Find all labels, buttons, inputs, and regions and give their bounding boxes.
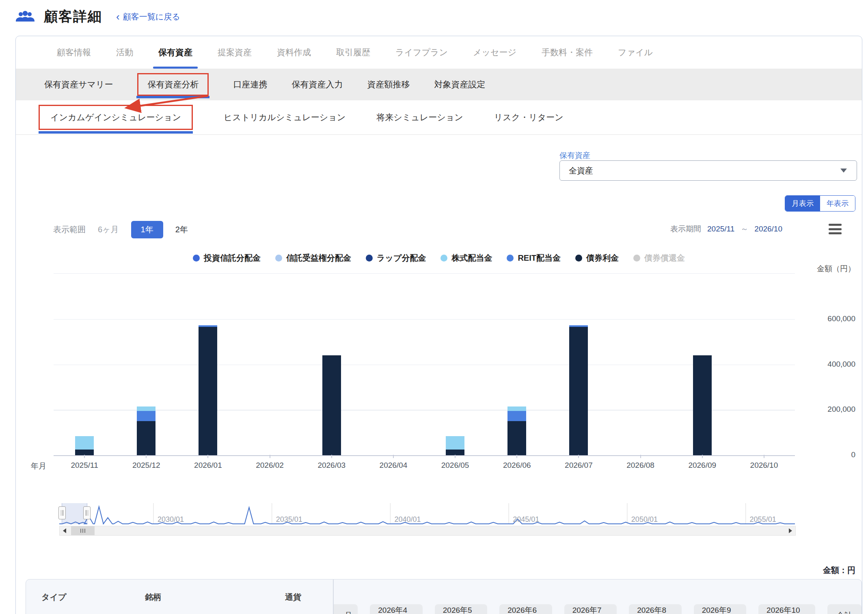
- view-toggle: 月表示年表示: [785, 195, 855, 212]
- legend-label: 債券利金: [586, 253, 619, 264]
- legend-item[interactable]: ラップ分配金: [366, 253, 426, 264]
- asset-subtab[interactable]: 保有資産分析: [125, 69, 221, 100]
- simulation-tab[interactable]: インカムゲインシミュレーション: [23, 105, 208, 130]
- month-column-chip[interactable]: 2026年5月: [435, 604, 487, 614]
- legend-label: 投資信託分配金: [204, 253, 261, 264]
- main-tab[interactable]: 取引履歴: [324, 36, 383, 69]
- period-tilde: ～: [741, 224, 748, 234]
- main-tab[interactable]: 提案資産: [205, 36, 264, 69]
- bar-segment[interactable]: [137, 411, 155, 421]
- bar-segment[interactable]: [446, 450, 464, 455]
- x-axis-tick-label: 2026/02: [239, 461, 301, 470]
- x-axis-tick-label: 2025/12: [115, 461, 177, 470]
- bar-segment[interactable]: [569, 325, 588, 327]
- bar-segment[interactable]: [75, 450, 94, 455]
- navigator-label: 2040/01: [394, 515, 421, 524]
- bar-segment[interactable]: [199, 327, 217, 455]
- bar-segment[interactable]: [507, 421, 526, 455]
- x-axis-tick: [640, 455, 641, 458]
- x-axis-title: 年月: [31, 461, 46, 471]
- month-column-chip[interactable]: 2026年4月: [370, 604, 422, 614]
- chart-menu-icon[interactable]: [829, 224, 842, 234]
- y-axis-tick-label: 200,000: [795, 405, 855, 414]
- asset-subtab[interactable]: 資産額推移: [355, 69, 422, 100]
- scroll-left-icon[interactable]: [60, 526, 69, 535]
- bar-segment[interactable]: [137, 406, 155, 411]
- navigator-handle-left[interactable]: [58, 506, 66, 519]
- asset-select[interactable]: 全資産: [559, 160, 857, 181]
- asset-subtab[interactable]: 対象資産設定: [422, 69, 497, 100]
- navigator-label: 2035/01: [276, 515, 302, 524]
- bar-segment[interactable]: [507, 406, 526, 411]
- legend-dot: [193, 255, 200, 262]
- table-amount-unit: 金額：円: [823, 565, 855, 576]
- timeline-scrollbar[interactable]: [59, 526, 796, 536]
- main-tab[interactable]: 資料作成: [264, 36, 324, 69]
- holding-assets-filter-label: 保有資産: [559, 150, 590, 161]
- legend-item[interactable]: 投資信託分配金: [193, 253, 261, 264]
- bar-segment[interactable]: [693, 355, 712, 455]
- scrollbar-thumb[interactable]: [71, 526, 95, 535]
- x-axis-tick-label: 2026/03: [301, 461, 363, 470]
- x-axis-tick: [455, 455, 456, 458]
- period-to[interactable]: 2026/10: [754, 225, 782, 233]
- range-label: 表示範囲: [53, 224, 86, 235]
- month-column-chip[interactable]: 2026年9月: [694, 604, 746, 614]
- display-period: 表示期間 2025/11 ～ 2026/10: [670, 224, 782, 234]
- back-chevron-icon: ‹: [116, 13, 120, 21]
- bar-segment[interactable]: [569, 327, 588, 455]
- legend-item[interactable]: 債券利金: [575, 253, 619, 264]
- main-tab[interactable]: 手数料・案件: [529, 36, 605, 69]
- month-column-chip[interactable]: 2026年7月: [564, 604, 617, 614]
- month-column-chip[interactable]: 2026年8月: [629, 604, 681, 614]
- bar-segment[interactable]: [507, 411, 526, 421]
- back-to-customer-list-link[interactable]: ‹ 顧客一覧に戻る: [116, 11, 180, 22]
- view-toggle-option[interactable]: 月表示: [785, 196, 820, 211]
- timeline-navigator[interactable]: 2030/012035/012040/012045/012050/012055/…: [59, 503, 795, 526]
- x-axis-tick: [84, 455, 85, 458]
- bar-segment[interactable]: [137, 421, 155, 455]
- people-icon: [15, 9, 36, 24]
- main-tab[interactable]: ファイル: [605, 36, 665, 69]
- scroll-right-icon[interactable]: [786, 526, 795, 535]
- bar-segment[interactable]: [446, 436, 464, 450]
- month-column-chip-partial[interactable]: 月: [334, 604, 358, 614]
- month-column-chip[interactable]: 2026年6月: [499, 604, 552, 614]
- legend-item[interactable]: 株式配当金: [440, 253, 492, 264]
- main-tab[interactable]: 活動: [104, 36, 146, 69]
- x-axis-tick: [207, 455, 208, 458]
- annotation-red-box: インカムゲインシミュレーション: [39, 105, 193, 130]
- period-from[interactable]: 2025/11: [707, 225, 734, 233]
- simulation-tab[interactable]: ヒストリカルシミュレーション: [208, 112, 361, 123]
- x-axis-tick-label: 2026/06: [486, 461, 548, 470]
- simulation-tab[interactable]: 将来シミュレーション: [361, 112, 478, 123]
- x-axis-tick: [270, 455, 270, 458]
- month-column-chip[interactable]: 合計: [827, 604, 862, 614]
- legend-item[interactable]: 信託受益権分配金: [275, 253, 351, 264]
- simulation-tab[interactable]: リスク・リターン: [479, 112, 579, 123]
- navigator-label: 2055/01: [750, 515, 776, 524]
- table-month-columns: 月2026年4月2026年5月2026年6月2026年7月2026年8月2026…: [334, 604, 862, 614]
- legend-item[interactable]: 債券償還金: [633, 253, 685, 264]
- asset-subtab[interactable]: 保有資産サマリー: [32, 69, 125, 100]
- page-title: 顧客詳細: [44, 7, 102, 26]
- view-toggle-option[interactable]: 年表示: [820, 196, 855, 211]
- navigator-label: 2030/01: [158, 515, 184, 524]
- x-axis-tick-label: 2025/11: [54, 461, 115, 470]
- asset-subtab[interactable]: 保有資産入力: [279, 69, 355, 100]
- legend-item[interactable]: REIT配当金: [507, 253, 561, 264]
- month-column-chip[interactable]: 2026年10月: [758, 604, 815, 614]
- range-option[interactable]: 2年: [175, 224, 188, 235]
- main-tab[interactable]: メッセージ: [460, 36, 529, 69]
- table-header: 銘柄: [145, 592, 161, 603]
- bar-segment[interactable]: [199, 325, 217, 327]
- main-tab[interactable]: ライフプラン: [383, 36, 460, 69]
- navigator-handle-right[interactable]: [83, 506, 91, 519]
- bar-segment[interactable]: [322, 355, 341, 455]
- asset-subtab[interactable]: 口座連携: [221, 69, 279, 100]
- bar-segment[interactable]: [75, 436, 94, 450]
- range-option[interactable]: 6ヶ月: [98, 224, 119, 235]
- main-tab[interactable]: 保有資産: [146, 36, 205, 69]
- range-option[interactable]: 1年: [131, 221, 163, 238]
- main-tab[interactable]: 顧客情報: [44, 36, 104, 69]
